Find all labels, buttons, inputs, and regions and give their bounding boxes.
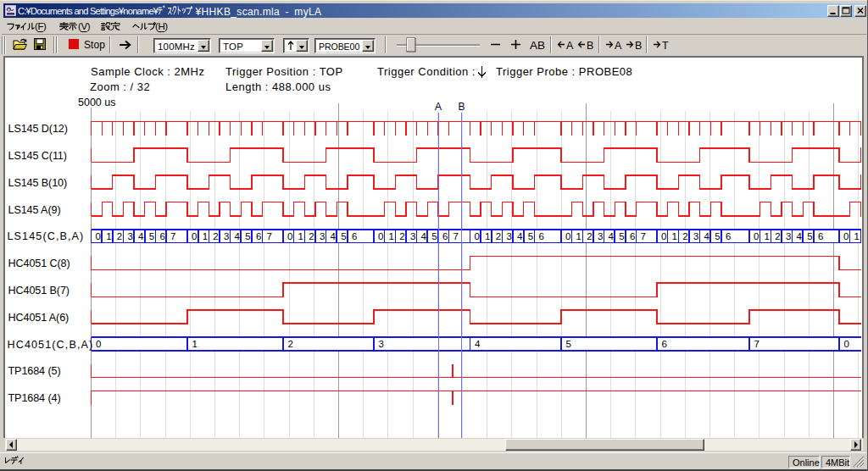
svg-text:0: 0 [287,231,292,241]
svg-text:5: 5 [431,231,437,241]
svg-text:Trigger Probe : PROBE08: Trigger Probe : PROBE08 [496,65,632,78]
svg-text:3: 3 [320,231,325,241]
svg-text:6: 6 [256,231,261,241]
svg-text:3: 3 [693,231,698,241]
svg-text:B: B [635,40,642,52]
svg-text:2: 2 [682,231,687,241]
svg-text:1: 1 [672,231,677,241]
svg-text:Length : 488.000 us: Length : 488.000 us [225,80,331,93]
svg-text:0: 0 [378,231,383,241]
svg-text:2: 2 [587,231,592,241]
svg-text:0: 0 [565,231,570,241]
svg-text:6: 6 [352,231,357,241]
svg-text:HC4051 B(7): HC4051 B(7) [8,285,70,296]
svg-text:3: 3 [598,231,603,241]
svg-text:Zoom : / 32: Zoom : / 32 [90,80,150,93]
svg-text:6: 6 [818,231,823,241]
svg-text:1: 1 [854,231,860,241]
svg-text:0: 0 [192,231,197,241]
svg-text:5: 5 [341,231,346,241]
svg-text:7: 7 [641,231,646,241]
svg-text:T: T [662,40,669,52]
svg-text:4: 4 [331,231,337,241]
svg-text:LS145 B(10): LS145 B(10) [8,177,68,189]
svg-text:2: 2 [496,231,501,241]
svg-text:0: 0 [754,231,759,241]
svg-text:A: A [435,101,442,113]
svg-text:5: 5 [245,231,250,241]
svg-text:4: 4 [517,231,523,241]
svg-text:4: 4 [138,231,144,241]
svg-text:0: 0 [843,231,849,241]
svg-text:5000 us: 5000 us [78,97,115,108]
svg-text:6: 6 [159,231,164,241]
svg-text:6: 6 [726,231,731,241]
svg-text:5: 5 [619,231,624,241]
svg-text:0: 0 [96,339,101,349]
svg-text:Sample Clock : 2MHz: Sample Clock : 2MHz [91,65,204,78]
svg-text:1: 1 [576,231,581,241]
svg-text:6: 6 [662,339,667,349]
svg-text:5: 5 [715,231,720,241]
svg-text:6: 6 [630,231,635,241]
svg-text:5: 5 [807,231,812,241]
svg-text:AB: AB [530,39,545,52]
svg-text:5: 5 [149,231,154,241]
svg-text:Trigger Condition :: Trigger Condition : [377,65,476,78]
svg-text:3: 3 [410,231,415,241]
svg-text:3: 3 [224,231,229,241]
svg-text:1: 1 [106,231,111,241]
svg-text:7: 7 [453,231,459,241]
svg-text:1: 1 [765,231,770,241]
svg-text:LS145(C,B,A): LS145(C,B,A) [8,230,85,242]
svg-text:1: 1 [192,339,198,349]
svg-text:3: 3 [127,231,132,241]
svg-text:0: 0 [96,231,101,241]
svg-text:Trigger Position : TOP: Trigger Position : TOP [225,65,343,78]
svg-text:2: 2 [117,231,122,241]
svg-text:7: 7 [170,231,175,241]
svg-text:1: 1 [389,231,394,241]
svg-text:0: 0 [661,231,666,241]
svg-text:HC4051 C(8): HC4051 C(8) [8,258,70,269]
svg-text:6: 6 [442,231,448,241]
svg-text:4: 4 [704,231,710,241]
svg-text:0: 0 [844,339,849,349]
svg-text:2: 2 [309,231,314,241]
svg-text:3: 3 [507,231,512,241]
svg-text:5: 5 [566,339,571,349]
svg-text:4: 4 [475,339,481,349]
svg-text:LS145 D(12): LS145 D(12) [8,123,68,135]
svg-text:1: 1 [203,231,208,241]
svg-text:B: B [458,101,465,113]
svg-text:6: 6 [538,231,543,241]
svg-text:A: A [615,40,622,52]
svg-text:7: 7 [754,339,760,349]
svg-text:5: 5 [528,231,533,241]
svg-text:2: 2 [213,231,218,241]
svg-text:4: 4 [235,231,241,241]
svg-text:7: 7 [267,231,272,241]
svg-text:0: 0 [475,231,480,241]
svg-text:4: 4 [609,231,615,241]
svg-text:B: B [587,40,593,52]
svg-text:LS145 C(11): LS145 C(11) [8,150,67,162]
svg-text:4: 4 [421,231,427,241]
svg-text:HC4051 A(6): HC4051 A(6) [8,312,70,324]
svg-text:3: 3 [379,339,384,349]
svg-text:TP1684 (4): TP1684 (4) [8,392,61,404]
svg-text:1: 1 [485,231,490,241]
svg-text:3: 3 [786,231,791,241]
svg-text:4: 4 [797,231,803,241]
svg-text:2: 2 [288,339,293,349]
svg-text:2: 2 [775,231,780,241]
svg-text:TP1684 (5): TP1684 (5) [8,365,61,377]
svg-text:A: A [566,40,574,52]
svg-text:HC4051(C,B,A): HC4051(C,B,A) [8,339,94,351]
svg-text:LS145 A(9): LS145 A(9) [8,204,61,216]
svg-text:1: 1 [298,231,303,241]
svg-text:2: 2 [399,231,404,241]
